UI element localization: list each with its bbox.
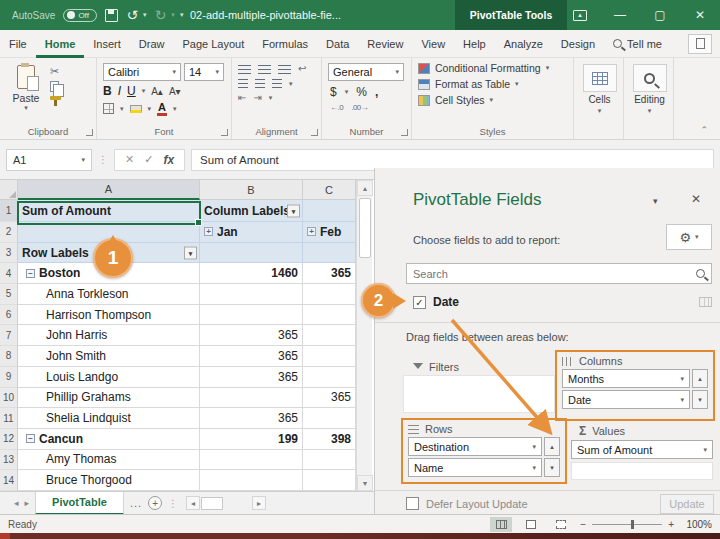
cut-icon[interactable]: ✂ — [50, 66, 61, 77]
font-color-icon[interactable]: A — [157, 101, 167, 116]
close-button[interactable]: ✕ — [680, 0, 720, 30]
autosave-toggle[interactable]: Off — [63, 9, 97, 22]
currency-format-button[interactable]: $ — [330, 85, 337, 99]
cell-b11[interactable]: 365 — [200, 408, 303, 429]
align-right-icon[interactable] — [272, 79, 282, 88]
pane-close-icon[interactable]: ✕ — [691, 192, 701, 206]
search-input[interactable] — [407, 268, 696, 280]
cell-c10[interactable]: 365 — [303, 388, 356, 409]
cell-b10[interactable] — [200, 388, 303, 409]
collapse-cancun-icon[interactable]: − — [26, 434, 35, 443]
cell-b7[interactable]: 365 — [200, 325, 303, 346]
cell-c3[interactable] — [303, 243, 356, 264]
cell-a7[interactable]: John Harris — [18, 325, 200, 346]
borders-icon[interactable] — [103, 103, 114, 114]
cell-styles-button[interactable]: Cell Styles ▾ — [418, 94, 569, 106]
underline-button[interactable]: U — [127, 84, 136, 98]
increase-decimal-icon[interactable]: ←.0 — [330, 103, 343, 112]
cell-a11[interactable]: Shelia Lindquist — [18, 408, 200, 429]
cell-c14[interactable] — [303, 470, 356, 491]
row-labels-filter-icon[interactable]: ▾ — [184, 246, 197, 259]
scroll-up-icon[interactable]: ▴ — [357, 180, 373, 196]
cell-c2[interactable]: +Feb — [303, 222, 356, 243]
cell-b13[interactable] — [200, 450, 303, 471]
cell-c8[interactable] — [303, 346, 356, 367]
cell-c6[interactable] — [303, 305, 356, 326]
cell-c9[interactable] — [303, 367, 356, 388]
row-header[interactable]: 8 — [0, 346, 18, 367]
row-header[interactable]: 4 — [0, 263, 18, 284]
collapse-boston-icon[interactable]: − — [26, 269, 35, 278]
collapse-feb-icon[interactable]: + — [307, 227, 316, 236]
cell-b12[interactable]: 199 — [200, 429, 303, 450]
move-down-icon[interactable]: ▾ — [544, 458, 560, 477]
move-up-icon[interactable]: ▴ — [692, 369, 708, 388]
cell-b1[interactable]: Column Labels ▾ — [200, 200, 303, 222]
prev-sheet-icon[interactable]: ◂ — [14, 498, 19, 508]
zoom-in-icon[interactable]: + — [668, 519, 674, 530]
normal-view-button[interactable] — [490, 517, 512, 532]
cell-b2[interactable]: +Jan — [200, 222, 303, 243]
tab-insert[interactable]: Insert — [84, 30, 130, 58]
cells-button[interactable] — [583, 64, 617, 92]
decrease-font-icon[interactable]: A▾ — [169, 86, 181, 97]
cell-c13[interactable] — [303, 450, 356, 471]
cancel-entry-icon[interactable]: ✕ — [125, 153, 134, 166]
row-header[interactable]: 1 — [0, 200, 18, 222]
horizontal-scrollbar-track[interactable] — [224, 497, 252, 510]
row-header[interactable]: 12 — [0, 429, 18, 450]
number-dialog-launcher-icon[interactable] — [401, 129, 408, 136]
values-field-sum-of-amount[interactable]: Sum of Amount ▾ — [571, 440, 713, 459]
tab-home[interactable]: Home — [36, 30, 85, 58]
cell-c11[interactable] — [303, 408, 356, 429]
date-checkbox[interactable]: ✓ — [413, 296, 426, 309]
row-header[interactable]: 13 — [0, 450, 18, 471]
cell-b4[interactable]: 1460 — [200, 263, 303, 284]
wrap-text-icon[interactable]: ↩ — [298, 64, 306, 74]
scroll-down-icon[interactable]: ▾ — [357, 475, 373, 491]
formula-bar-handle[interactable]: ⋮ — [98, 154, 108, 165]
filters-drop-area[interactable] — [403, 375, 555, 413]
cell-b3[interactable] — [200, 243, 303, 264]
next-sheet-icon[interactable]: ▸ — [25, 498, 30, 508]
save-icon[interactable] — [105, 9, 118, 22]
font-size-select[interactable]: 14▾ — [184, 63, 224, 81]
name-box[interactable]: A1 ▾ — [6, 149, 92, 171]
decrease-decimal-icon[interactable]: .00→ — [351, 103, 368, 112]
zoom-level[interactable]: 100% — [682, 519, 712, 530]
format-as-table-button[interactable]: Format as Table ▾ — [418, 78, 569, 90]
minimize-button[interactable]: — — [600, 0, 640, 30]
font-dialog-launcher-icon[interactable] — [221, 129, 228, 136]
font-name-select[interactable]: Calibri▾ — [103, 63, 181, 81]
row-header[interactable]: 10 — [0, 388, 18, 409]
insert-function-icon[interactable]: fx — [163, 153, 174, 167]
cell-c5[interactable] — [303, 284, 356, 305]
collapse-ribbon-icon[interactable]: ⌃ — [700, 125, 708, 135]
collapse-jan-icon[interactable]: + — [204, 227, 213, 236]
conditional-formatting-button[interactable]: Conditional Formatting ▾ — [418, 62, 569, 74]
cell-b5[interactable] — [200, 284, 303, 305]
cell-a1[interactable]: Sum of Amount — [18, 200, 200, 222]
tab-draw[interactable]: Draw — [130, 30, 174, 58]
share-button[interactable] — [688, 34, 712, 54]
column-header-b[interactable]: B — [200, 180, 303, 200]
page-layout-view-button[interactable] — [520, 517, 542, 532]
cell-c4[interactable]: 365 — [303, 263, 356, 284]
column-labels-filter-icon[interactable]: ▾ — [287, 204, 300, 217]
tools-button[interactable]: ⚙ ▾ — [666, 224, 712, 250]
undo-caret-icon[interactable]: ▾ — [143, 11, 147, 19]
italic-button[interactable]: I — [118, 84, 121, 98]
defer-layout-checkbox[interactable] — [406, 497, 419, 510]
align-middle-icon[interactable] — [258, 65, 271, 74]
cell-c7[interactable] — [303, 325, 356, 346]
copy-icon[interactable] — [50, 81, 59, 92]
vertical-scrollbar[interactable]: ▴ ▾ — [356, 180, 372, 491]
new-sheet-icon[interactable]: + — [148, 496, 162, 510]
tab-help[interactable]: Help — [454, 30, 495, 58]
row-header[interactable]: 2 — [0, 222, 18, 243]
align-top-icon[interactable] — [238, 65, 251, 74]
scroll-right-icon[interactable]: ▸ — [252, 496, 266, 510]
editing-button[interactable] — [633, 64, 667, 92]
values-drop-area[interactable] — [571, 462, 713, 480]
cell-c1[interactable] — [303, 200, 356, 222]
